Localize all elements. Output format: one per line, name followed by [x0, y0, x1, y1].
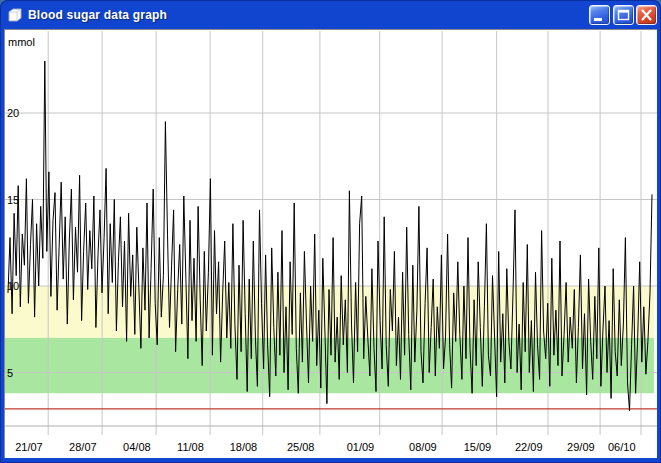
x-tick-label: 01/09	[347, 441, 375, 453]
titlebar[interactable]: Blood sugar data graph	[0, 0, 661, 29]
blood-sugar-chart: mmol510152021/0728/0704/0811/0818/0825/0…	[4, 29, 657, 458]
y-axis-unit-label: mmol	[8, 36, 35, 48]
y-tick-label: 5	[7, 367, 13, 379]
x-tick-label: 11/08	[177, 441, 204, 453]
x-tick-label: 04/08	[123, 441, 151, 453]
x-tick-label: 29/09	[567, 441, 595, 453]
close-button[interactable]	[636, 5, 657, 25]
window: Blood sugar data graph mmol510152021/072…	[0, 0, 661, 463]
window-title: Blood sugar data graph	[28, 8, 167, 22]
close-icon	[638, 7, 655, 23]
y-tick-label: 20	[7, 107, 19, 119]
minimize-button[interactable]	[589, 5, 610, 25]
x-tick-label: 22/09	[515, 441, 543, 453]
x-tick-label: 08/09	[409, 441, 437, 453]
maximize-button[interactable]	[613, 5, 634, 25]
x-tick-label: 18/08	[230, 441, 258, 453]
x-tick-label: 15/09	[464, 441, 492, 453]
x-tick-label: 28/07	[69, 441, 97, 453]
chart-client-area: mmol510152021/0728/0704/0811/0818/0825/0…	[4, 29, 657, 458]
app-icon	[7, 7, 23, 23]
x-tick-label: 21/07	[15, 441, 43, 453]
minimize-icon	[591, 7, 608, 23]
x-tick-label: 25/08	[287, 441, 315, 453]
maximize-icon	[615, 7, 632, 23]
x-tick-label: 06/10	[608, 441, 636, 453]
target-band	[4, 338, 654, 393]
